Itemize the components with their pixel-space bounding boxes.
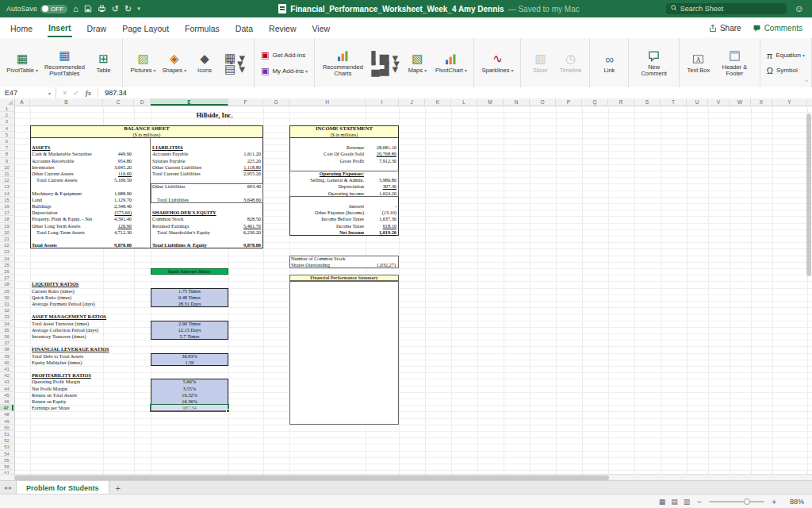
cell-B33[interactable]: ASSET MANAGEMENT RATIOS xyxy=(30,314,103,320)
cell-C22[interactable]: 9,878.80 xyxy=(103,242,134,248)
cell-C8[interactable]: 449.90 xyxy=(103,151,134,157)
column-header-O[interactable]: O xyxy=(530,98,556,106)
ribbon-item-timeline[interactable]: ◷Timeline xyxy=(556,50,584,75)
home-icon[interactable]: ⌂ xyxy=(73,0,79,17)
row-header-46[interactable]: 46 xyxy=(0,398,13,405)
column-header-K[interactable]: K xyxy=(425,98,451,106)
cell-E45[interactable]: 10.32% xyxy=(151,392,228,398)
row-header-19[interactable]: 19 xyxy=(0,223,13,229)
cell-H7[interactable]: Revenue xyxy=(289,144,366,151)
autosave-toggle[interactable]: OFF xyxy=(40,5,67,13)
column-header-X[interactable]: X xyxy=(751,98,772,106)
column-header-H[interactable]: H xyxy=(289,98,366,106)
row-header-18[interactable]: 18 xyxy=(0,216,13,222)
cell-E31[interactable]: 28.31 Days xyxy=(151,301,228,307)
ribbon-item-header-footer[interactable]: Header & Footer xyxy=(714,47,755,79)
column-header-N[interactable]: N xyxy=(504,98,530,106)
cell-I14[interactable]: 1,624.20 xyxy=(366,190,399,197)
column-header-J[interactable]: J xyxy=(399,98,425,106)
tab-review[interactable]: Review xyxy=(268,20,297,37)
cell-B39[interactable]: Total Debt to Total Assets xyxy=(30,353,103,360)
column-header-W[interactable]: W xyxy=(730,98,751,106)
cell-C14[interactable]: 1,688.90 xyxy=(103,190,134,197)
cell-B4[interactable]: BALANCE SHEET xyxy=(30,125,263,132)
cell-B8[interactable]: Cash & Marketable Securities xyxy=(30,151,103,157)
row-header-14[interactable]: 14 xyxy=(0,190,13,197)
cell-E19[interactable]: Retained Earnings xyxy=(151,223,228,229)
page-layout-view-icon[interactable]: ▤ xyxy=(671,498,678,506)
cancel-icon[interactable]: × xyxy=(63,89,67,97)
cell-B44[interactable]: Net Profit Margin xyxy=(30,386,103,392)
cell-B17[interactable]: Depreciation xyxy=(30,210,103,216)
feedback-smiley-icon[interactable]: ☺ xyxy=(795,3,804,14)
cell-C16[interactable]: 2,348.40 xyxy=(103,203,134,210)
column-header-S[interactable]: S xyxy=(634,98,661,106)
column-header-U[interactable]: U xyxy=(687,98,708,106)
ribbon-item-my-add-ins[interactable]: ▣My Add-ins▾ xyxy=(259,65,309,77)
cell-B20[interactable]: Total Long-Term Assets xyxy=(30,229,103,236)
ribbon-item-pivotchart[interactable]: PivotChart▾ xyxy=(433,50,469,75)
row-header-40[interactable]: 40 xyxy=(0,360,13,366)
comments-button[interactable]: Comments xyxy=(753,24,802,33)
row-header-3[interactable]: 3 xyxy=(0,118,13,125)
cell-E35[interactable]: 12.15 Days xyxy=(151,327,228,333)
row-header-27[interactable]: 27 xyxy=(0,275,13,281)
cell-F11[interactable]: 2,955.20 xyxy=(228,171,263,177)
ribbon-item-shapes[interactable]: ◈Shapes▾ xyxy=(160,50,189,75)
ribbon-item-mini-stack[interactable]: ▦ ▾◔ ▾▤ ▾ xyxy=(220,53,249,73)
column-header-F[interactable]: F xyxy=(228,98,263,106)
tab-view[interactable]: View xyxy=(311,20,331,37)
cell-C11[interactable]: 116.60 xyxy=(103,171,134,177)
column-header-C[interactable]: C xyxy=(103,98,134,106)
row-header-16[interactable]: 16 xyxy=(0,203,13,210)
column-header-A[interactable]: A xyxy=(14,98,30,106)
formula-bar-value[interactable]: 987.34 xyxy=(98,89,127,97)
row-header-34[interactable]: 34 xyxy=(0,321,13,327)
cell-B7[interactable]: ASSETS xyxy=(30,144,103,151)
cell-B19[interactable]: Other Long Term Assets xyxy=(30,223,103,229)
cell-E30[interactable]: 0.48 Times xyxy=(151,294,228,301)
column-header-M[interactable]: M xyxy=(477,98,504,106)
row-header-56[interactable]: 56 xyxy=(0,464,13,470)
cell-H8[interactable]: Cost Of Goods Sold xyxy=(289,151,366,157)
cell-B12[interactable]: Total Current Assets xyxy=(30,177,103,183)
cell-B46[interactable]: Return on Equity xyxy=(30,398,103,405)
cell-H13[interactable]: Depreciation xyxy=(289,183,366,190)
cell-E39[interactable]: 36.93% xyxy=(151,353,228,360)
cell-B36[interactable]: Inventory Turnover (times) xyxy=(30,333,103,340)
cell-I18[interactable]: 1,637.30 xyxy=(366,216,399,222)
column-header-Y[interactable]: Y xyxy=(772,98,807,106)
row-header-5[interactable]: 5 xyxy=(0,132,13,138)
row-header-28[interactable]: 28 xyxy=(0,281,13,287)
ribbon-item-symbol[interactable]: ΩSymbol xyxy=(765,65,799,76)
cell-E15[interactable]: Total Liabilities xyxy=(151,197,228,203)
row-header-54[interactable]: 54 xyxy=(0,451,13,457)
column-header-L[interactable]: L xyxy=(451,98,477,106)
tab-home[interactable]: Home xyxy=(10,20,33,37)
row-header-43[interactable]: 43 xyxy=(0,379,13,385)
cell-C9[interactable]: 954.80 xyxy=(103,158,134,164)
row-header-49[interactable]: 49 xyxy=(0,418,13,425)
cell-F18[interactable]: 828.50 xyxy=(228,216,263,222)
cell-E17[interactable]: SHAREHOLDER'S EQUITY xyxy=(151,210,228,216)
cell-B42[interactable]: PROFITABILITY RATIOS xyxy=(30,372,103,379)
cell-B11[interactable]: Other Current Assets xyxy=(30,171,103,177)
ribbon-item-equation[interactable]: πEquation▾ xyxy=(765,50,806,61)
row-header-50[interactable]: 50 xyxy=(0,425,13,431)
cell-I12[interactable]: 5,980.80 xyxy=(366,177,399,183)
cell-C12[interactable]: 5,166.50 xyxy=(103,177,134,183)
ribbon-item-slicer[interactable]: ▥Slicer xyxy=(526,50,554,75)
cell-B10[interactable]: Inventories xyxy=(30,164,103,171)
ribbon-item-sparklines[interactable]: ∿Sparklines▾ xyxy=(479,50,515,75)
cell-F15[interactable]: 3,648.60 xyxy=(228,197,263,203)
cell-H5[interactable]: ($ in millions) xyxy=(289,132,399,138)
vertical-scrollbar[interactable] xyxy=(806,114,812,472)
row-header-2[interactable]: 2 xyxy=(0,112,13,118)
cell-C15[interactable]: 1,129.70 xyxy=(103,197,134,203)
cell-E10[interactable]: Other Current Liabilities xyxy=(151,164,228,171)
ribbon-item-pictures[interactable]: ▨Pictures▾ xyxy=(128,50,158,75)
cell-E34[interactable]: 2.90 Times xyxy=(151,321,228,327)
cell-E44[interactable]: 3.55% xyxy=(151,386,228,392)
ribbon-item-get-add-ins[interactable]: ▣Get Add-ins xyxy=(259,49,307,61)
row-header-11[interactable]: 11 xyxy=(0,171,13,177)
